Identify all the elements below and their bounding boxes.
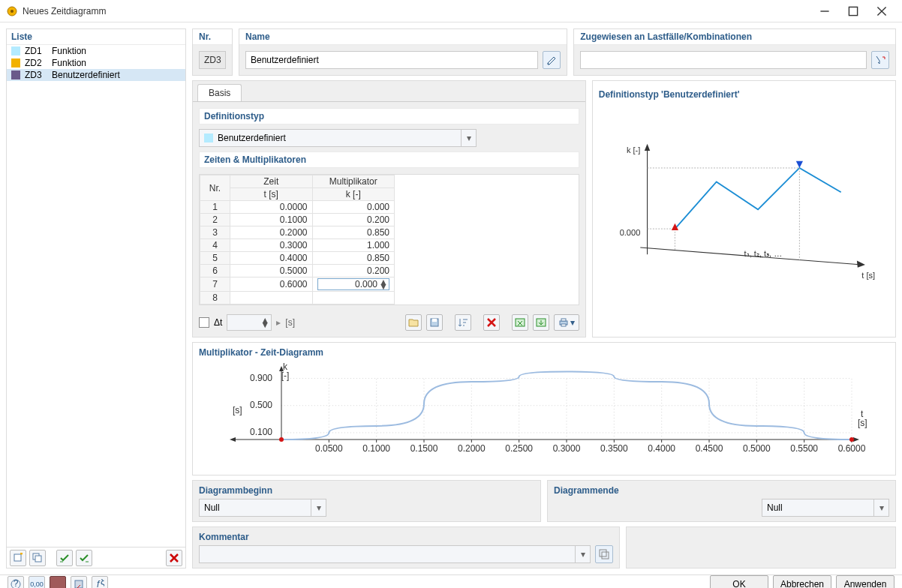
svg-rect-12 [561,324,566,326]
name-input[interactable] [245,51,538,69]
sidebar-item-zd3[interactable]: ZD3Benutzerdefiniert [7,69,185,81]
copy-item-button[interactable] [29,550,46,566]
svg-rect-3 [14,554,21,561]
name-label: Name [239,29,567,45]
svg-text:t₁, t₂, t₃, …: t₁, t₂, t₃, … [744,249,782,258]
ok-button[interactable]: OK [710,575,768,588]
sidebar-item-zd2[interactable]: ZD2Funktion [7,57,185,69]
svg-text:0.3000: 0.3000 [553,443,581,454]
help-button[interactable]: ? [8,576,24,588]
svg-point-80 [849,437,854,442]
svg-text:?: ? [14,579,19,588]
cancel-button[interactable]: Abbrechen [773,575,831,588]
delete-item-button[interactable] [166,550,182,566]
col-mult: Multiplikator [312,176,395,188]
diagram-begin-panel: Diagrammbeginn Null ▾ [192,480,541,522]
times-table[interactable]: Nr. Zeit Multiplikator t [s] k [-] 10.00… [199,174,579,305]
export-excel-button[interactable] [512,314,528,331]
svg-rect-7 [432,319,437,322]
definition-type-combo[interactable]: Benutzerdefiniert ▾ [199,129,477,147]
assign-input[interactable] [580,51,867,69]
diagram-end-label: Diagrammende [554,485,889,499]
svg-text:t [s]: t [s] [861,271,875,280]
svg-text:ξ: ξ [101,579,105,586]
svg-text:0.5000: 0.5000 [743,443,771,454]
diagram-begin-label: Diagrammbeginn [199,485,534,499]
diagram-end-panel: Diagrammende Null ▾ [547,480,896,522]
check-all-button[interactable] [56,550,73,566]
svg-rect-11 [561,319,566,321]
sidebar-list: ZD1FunktionZD2FunktionZD3Benutzerdefinie… [7,45,185,547]
dt-input[interactable]: ▲▼ [227,314,272,331]
assign-panel: Zugewiesen an Lastfälle/Kombinationen [573,28,896,76]
diagram-begin-combo[interactable]: Null ▾ [199,499,326,517]
preview-panel: Definitionstyp 'Benutzerdefiniert' k [-]… [592,80,896,338]
svg-text:0.2000: 0.2000 [458,443,486,454]
dt-unit: [s] [285,317,295,328]
times-header: Zeiten & Multiplikatoren [199,152,579,168]
maximize-button[interactable] [839,0,867,22]
tab-basis[interactable]: Basis [197,84,242,101]
svg-text:0.4500: 0.4500 [696,443,723,454]
sidebar: Liste ZD1FunktionZD2FunktionZD3Benutzerd… [6,28,186,568]
diagram-chart: k[-][s]t[s]0.1000.5000.9000.05000.10000.… [199,361,889,470]
chevron-down-icon: ▾ [873,500,888,516]
basis-panel: Basis Definitionstyp Benutzerdefiniert ▾… [192,80,586,338]
svg-text:0.3500: 0.3500 [600,443,628,454]
settings2-button[interactable] [71,576,87,588]
svg-text:[s]: [s] [858,418,867,428]
open-file-button[interactable] [405,314,422,331]
apply-button[interactable]: Anwenden [836,575,894,588]
definition-type-swatch [204,134,213,142]
svg-rect-82 [602,552,609,559]
svg-text:0.0500: 0.0500 [315,443,343,454]
units-button[interactable]: 0,00 [29,576,45,588]
print-button[interactable]: ▾ [554,314,579,331]
new-item-button[interactable] [10,550,26,566]
col-zeit: Zeit [230,176,313,188]
name-panel: Name [239,28,567,76]
comment-combo[interactable]: ▾ [199,545,591,563]
svg-text:0.900: 0.900 [250,373,272,383]
function-button[interactable]: fξ [92,576,108,588]
minimize-button[interactable] [810,0,839,22]
svg-text:0.6000: 0.6000 [838,443,866,454]
clear-table-button[interactable] [483,314,500,331]
nr-label: Nr. [193,29,232,45]
svg-rect-8 [516,319,525,326]
svg-text:0.100: 0.100 [250,427,272,437]
svg-text:[s]: [s] [233,405,242,416]
nr-value: ZD3 [199,51,226,69]
col-zeit-unit: t [s] [230,188,313,201]
svg-text:0.1500: 0.1500 [410,443,438,454]
svg-marker-26 [796,161,803,168]
uncheck-all-button[interactable] [76,550,92,566]
diagram-end-combo[interactable]: Null ▾ [762,499,889,517]
definition-type-header: Definitionstyp [199,108,579,124]
pick-assign-button[interactable] [871,51,889,69]
dt-checkbox[interactable] [199,317,209,328]
assign-label: Zugewiesen an Lastfälle/Kombinationen [574,29,895,45]
comment-label: Kommentar [199,532,613,545]
sidebar-toolbar [7,547,185,568]
import-excel-button[interactable] [533,314,549,331]
comment-store-button[interactable] [595,545,613,563]
svg-rect-81 [600,550,606,556]
definition-type-value: Benutzerdefiniert [218,133,286,143]
edit-name-button[interactable] [543,51,561,69]
sidebar-item-zd1[interactable]: ZD1Funktion [7,45,185,57]
diagram-panel: Multiplikator - Zeit-Diagramm k[-][s]t[s… [192,342,896,476]
chevron-down-icon: ▾ [311,500,326,516]
close-button[interactable] [867,0,896,22]
preview-chart: k [-]t [s]0.000t₁, t₂, t₃, … [599,102,889,331]
chevron-down-icon: ▾ [575,546,590,562]
comment-panel: Kommentar ▾ [192,526,620,568]
extra-panel [626,526,896,568]
save-file-button[interactable] [426,314,443,331]
svg-text:0.5500: 0.5500 [790,443,818,454]
sort-button[interactable] [455,314,471,331]
svg-point-1 [11,10,14,13]
color-button[interactable] [50,576,66,588]
svg-text:0.1000: 0.1000 [362,443,390,454]
footer: ? 0,00 fξ OK Abbrechen Anwenden [0,574,902,588]
